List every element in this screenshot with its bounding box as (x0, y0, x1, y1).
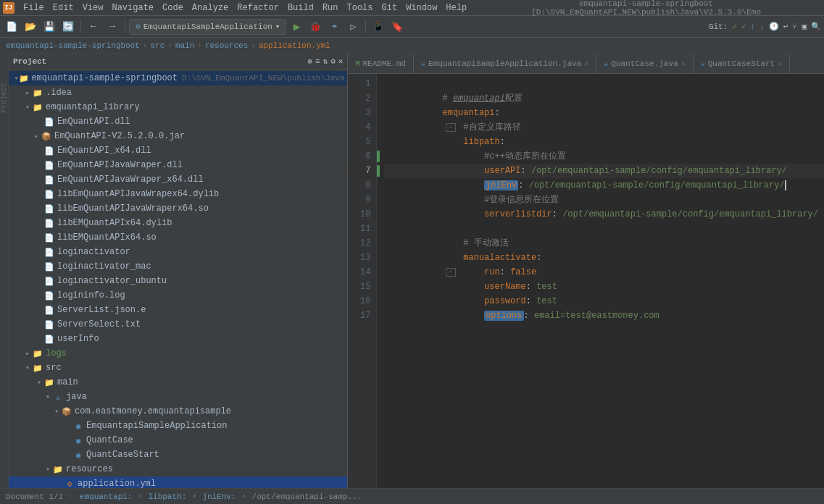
sidebar-item-loginactivator-mac[interactable]: 📄 loginactivator_mac (9, 259, 347, 274)
sidebar-item-userinfo[interactable]: 📄 userInfo (9, 332, 347, 346)
menu-file[interactable]: File (19, 0, 49, 16)
path-main[interactable]: main (175, 41, 194, 50)
menu-git[interactable]: Git (378, 0, 402, 16)
sidebar-gear-icon[interactable]: ⚙ (330, 56, 336, 66)
quantcasestart-close-btn[interactable]: ✕ (778, 59, 782, 68)
sidebar-item-library[interactable]: ▾ 📁 emquantapi_library (9, 100, 347, 114)
sidebar-item-package[interactable]: ▾ 📦 com.eastmoney.emquantapisample (9, 404, 347, 419)
toolbar-debug-btn[interactable]: 🐞 (307, 18, 324, 35)
git-tick-icon[interactable]: ✓ (741, 22, 746, 31)
toolbar-new-btn[interactable]: 📄 (3, 18, 20, 35)
sidebar-item-x64-dll[interactable]: 📄 EmQuantAPI_x64.dll (9, 143, 347, 158)
git-branch-icon[interactable]: ⑂ (792, 22, 797, 31)
toolbar-save-btn[interactable]: 💾 (41, 18, 58, 35)
tabs-bar: M README.md ☕ EmquantapiSampleApplicatio… (348, 54, 824, 74)
sidebar-item-loginactivator-ubuntu[interactable]: 📄 loginactivator_ubuntu (9, 274, 347, 288)
menu-window[interactable]: Window (401, 0, 441, 16)
path-file[interactable]: application.yml (259, 41, 330, 50)
sidebar-close-icon[interactable]: ✕ (338, 56, 344, 66)
sidebar-item-dylib2[interactable]: 📄 libEMQuantAPIx64.dylib (9, 216, 347, 230)
sidebar-item-serverselect[interactable]: 📄 ServerSelect.txt (9, 317, 347, 332)
sidebar-item-wraper-dll[interactable]: 📄 EmQuantAPIJavaWraper.dll (9, 158, 347, 172)
sidebar-expand-icon[interactable]: ⇅ (323, 56, 328, 66)
sidebar-item-app-class[interactable]: ◉ EmquantapiSampleApplication (9, 419, 347, 433)
status-jnienv[interactable]: jniEnv: (202, 492, 236, 501)
sidebar-item-main[interactable]: ▾ 📁 main (9, 375, 347, 390)
toolbar-vcs-btn[interactable]: 🔖 (388, 18, 406, 35)
tab-readme[interactable]: M README.md (348, 54, 413, 73)
git-check-icon[interactable]: ✓ (732, 22, 737, 31)
sidebar-item-logininfo[interactable]: 📄 logininfo.log (9, 288, 347, 303)
gutter-10 (377, 207, 384, 222)
gutter-14 (377, 265, 384, 280)
line-num-2: 2 (348, 91, 376, 106)
toolbar-coverage-btn[interactable]: ☂ (325, 18, 343, 35)
nav-breadcrumb[interactable]: ⚙ EmquantapiSampleApplication ▾ (129, 19, 286, 35)
sidebar-item-quantcasestart[interactable]: ◉ QuantCaseStart (9, 448, 347, 462)
gutter-13 (377, 251, 384, 265)
gutter-5 (377, 135, 384, 149)
sidebar-item-yml[interactable]: ⚙ application.yml (9, 476, 347, 488)
project-label[interactable]: Project (0, 83, 8, 113)
git-revert-icon[interactable]: ↩ (783, 22, 788, 31)
sidebar-item-serverlist[interactable]: 📄 ServerList.json.e (9, 303, 347, 317)
line5-comment: #c++动态库所在位置 (443, 151, 566, 161)
sidebar-locate-icon[interactable]: ⊕ (307, 56, 312, 66)
tab-quantcasestart[interactable]: ☕ QuantCaseStart ✕ (694, 54, 790, 73)
sidebar-item-jar[interactable]: ▸ 📦 EmQuantAPI-V2.5.2.0.0.jar (9, 129, 347, 143)
path-src[interactable]: src (150, 41, 165, 50)
src-arrow-icon: ▾ (23, 364, 32, 372)
toolbar-device-btn[interactable]: 📱 (370, 18, 387, 35)
toolbar-search-icon[interactable]: 🔍 (811, 22, 821, 31)
sidebar-item-logs[interactable]: ▸ 📁 logs (9, 346, 347, 361)
path-project[interactable]: emquantapi-sample-springboot (6, 41, 140, 50)
menu-navigate[interactable]: Navigate (107, 0, 158, 16)
status-emquantapi[interactable]: emquantapi: (80, 492, 133, 501)
line-num-7: 7 (348, 164, 376, 178)
git-push-icon[interactable]: ↑ (751, 22, 756, 31)
menu-code[interactable]: Code (158, 0, 188, 16)
git-history-icon[interactable]: 🕐 (769, 22, 779, 31)
line-num-14: 14 (348, 265, 376, 280)
toolbar-terminal-icon[interactable]: ▣ (802, 22, 807, 31)
status-libpath[interactable]: libpath: (148, 492, 186, 501)
toolbar-run-btn[interactable]: ▶ (288, 18, 305, 35)
toolbar-forward-btn[interactable]: → (104, 18, 121, 35)
toolbar-back-btn[interactable]: ← (85, 18, 102, 35)
sidebar-item-java-dir[interactable]: ▾ ☕ java (9, 390, 347, 404)
toolbar-open-btn[interactable]: 📂 (22, 18, 39, 35)
menu-help[interactable]: Help (441, 0, 471, 16)
menu-tools[interactable]: Tools (343, 0, 378, 16)
sidebar-item-emquant-dll[interactable]: 📄 EmQuantAPI.dll (9, 114, 347, 129)
tab-sampleapp[interactable]: ☕ EmquantapiSampleApplication.java ✕ (414, 54, 596, 73)
sidebar-item-so1[interactable]: 📄 libEmQuantAPIJavaWraperx64.so (9, 201, 347, 216)
menu-view[interactable]: View (78, 0, 108, 16)
sidebar-item-loginactivator[interactable]: 📄 loginactivator (9, 245, 347, 259)
menu-run[interactable]: Run (318, 0, 343, 16)
sidebar-item-resources[interactable]: ▾ 📁 resources (9, 462, 347, 476)
sidebar-item-idea[interactable]: ▸ 📁 .idea (9, 85, 347, 100)
sidebar-item-quantcase[interactable]: ◉ QuantCase (9, 433, 347, 448)
menu-refactor[interactable]: Refactor (233, 0, 283, 16)
menu-edit[interactable]: Edit (49, 0, 78, 16)
menu-analyze[interactable]: Analyze (188, 0, 233, 16)
path-resources[interactable]: resources (205, 41, 248, 50)
code-content[interactable]: # emquantapi配置 emquantapi: - #自定义库路径 lib… (384, 74, 824, 488)
tree-root[interactable]: ▾ 📁 emquantapi-sample-springboot D:\SVN_… (9, 71, 347, 85)
sidebar-item-wraper-x64-dll[interactable]: 📄 EmQuantAPIJavaWraper_x64.dll (9, 172, 347, 187)
tab-quantcase[interactable]: ☕ QuantCase.java ✕ (596, 54, 693, 73)
sidebar-item-dylib1[interactable]: 📄 libEmQuantAPIJavaWrapex64.dylib (9, 187, 347, 201)
main-folder-icon: 📁 (43, 377, 55, 388)
main-label: main (57, 377, 78, 387)
git-pull-icon[interactable]: ↓ (760, 22, 765, 31)
toolbar-sep-3 (365, 20, 366, 33)
toolbar-sync-btn[interactable]: 🔄 (59, 18, 77, 35)
quantcase-close-btn[interactable]: ✕ (681, 59, 686, 68)
main-arrow-icon: ▾ (35, 378, 43, 387)
menu-build[interactable]: Build (283, 0, 318, 16)
sidebar-item-src[interactable]: ▾ 📁 src (9, 361, 347, 375)
toolbar-profile-btn[interactable]: ▷ (344, 18, 362, 35)
sidebar-item-so2[interactable]: 📄 libEMQuantAPIx64.so (9, 230, 347, 245)
sampleapp-close-btn[interactable]: ✕ (584, 59, 588, 68)
sidebar-collapse-icon[interactable]: ≡ (315, 57, 320, 66)
